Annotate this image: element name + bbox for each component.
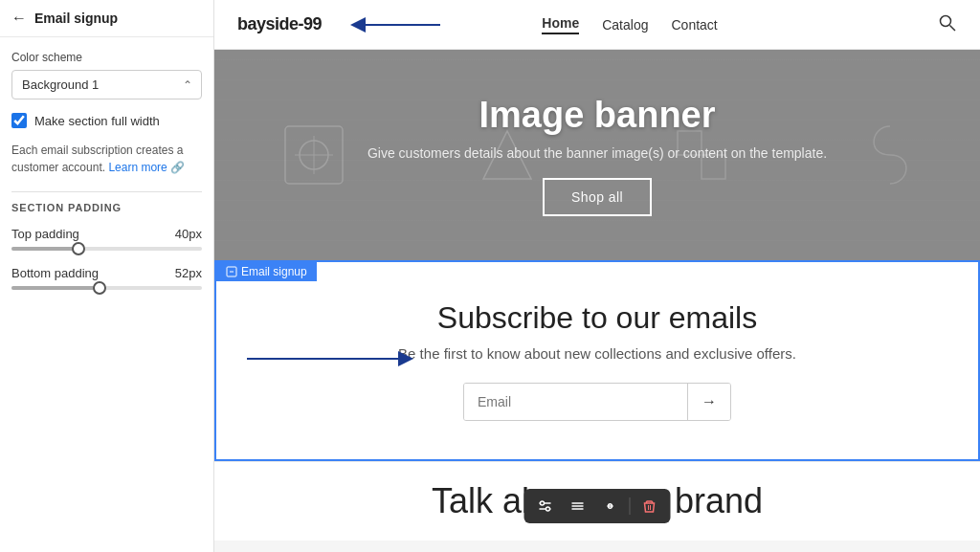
bottom-padding-thumb[interactable] — [93, 281, 106, 295]
pencil-icon — [226, 266, 237, 277]
top-padding-value: 40px — [175, 227, 202, 241]
bottom-padding-label: Bottom padding — [11, 266, 99, 280]
top-padding-label: Top padding — [11, 227, 79, 241]
color-scheme-label: Color scheme — [11, 51, 202, 64]
search-icon[interactable] — [938, 13, 957, 36]
back-button[interactable]: ← — [11, 10, 27, 27]
top-padding-label-row: Top padding 40px — [11, 227, 202, 241]
bottom-padding-value: 52px — [175, 266, 202, 280]
svg-line-2 — [949, 25, 955, 31]
bottom-padding-row: Bottom padding 52px — [11, 266, 202, 290]
delete-icon — [642, 498, 657, 514]
preview-panel: bayside-99 Home Catalog Contact — [214, 0, 980, 552]
top-padding-track — [11, 247, 202, 251]
settings-panel: ← Email signup Color scheme Background 1… — [0, 0, 214, 552]
color-scheme-wrapper: Background 1 Background 2 Inverse Accent… — [11, 70, 202, 99]
toolbar-list-button[interactable] — [565, 495, 591, 518]
image-banner: Image banner Give customers details abou… — [214, 50, 980, 260]
bottom-padding-fill — [11, 286, 100, 290]
bottom-padding-track — [11, 286, 202, 290]
full-width-row: Make section full width — [11, 113, 202, 128]
toolbar-link-button[interactable] — [597, 495, 624, 518]
banner-title: Image banner — [368, 95, 827, 136]
email-signup-section: Email signup Subscribe to our emails Be … — [214, 260, 980, 461]
toolbar-adjust-button[interactable] — [532, 495, 559, 518]
shop-all-button[interactable]: Shop all — [543, 178, 652, 216]
list-icon — [570, 498, 586, 514]
email-input[interactable] — [464, 384, 687, 420]
email-submit-button[interactable]: → — [687, 384, 730, 420]
top-padding-row: Top padding 40px — [11, 227, 202, 251]
toolbar-divider — [630, 497, 631, 515]
adjust-icon — [538, 498, 553, 514]
info-text: Each email subscription creates a custom… — [11, 142, 202, 176]
email-section-badge: Email signup — [216, 262, 317, 281]
top-padding-thumb[interactable] — [72, 242, 85, 255]
divider — [11, 191, 202, 192]
floating-toolbar — [524, 489, 671, 523]
email-input-row: → — [463, 383, 731, 421]
link-icon — [603, 498, 618, 514]
color-scheme-select[interactable]: Background 1 Background 2 Inverse Accent… — [11, 70, 202, 99]
banner-content: Image banner Give customers details abou… — [368, 95, 827, 216]
full-width-label[interactable]: Make section full width — [34, 114, 160, 128]
banner-subtitle: Give customers details about the banner … — [368, 145, 827, 161]
panel-header: ← Email signup — [0, 0, 213, 37]
learn-more-link[interactable]: Learn more — [108, 161, 167, 174]
panel-title: Email signup — [34, 11, 118, 26]
toolbar-delete-button[interactable] — [636, 495, 663, 518]
store-brand: bayside-99 — [237, 14, 322, 34]
section-padding-heading: SECTION PADDING — [11, 202, 202, 213]
annotation-arrow-2 — [245, 347, 417, 374]
nav-home[interactable]: Home — [542, 15, 579, 34]
email-section-title: Subscribe to our emails — [235, 300, 959, 336]
nav-contact[interactable]: Contact — [671, 17, 717, 33]
svg-point-16 — [546, 507, 550, 511]
annotation-arrow-1 — [346, 13, 442, 40]
full-width-checkbox[interactable] — [11, 113, 27, 128]
store-header: bayside-99 Home Catalog Contact — [214, 0, 980, 50]
top-padding-fill — [11, 247, 78, 251]
bottom-padding-label-row: Bottom padding 52px — [11, 266, 202, 280]
store-nav: Home Catalog Contact — [542, 15, 717, 34]
panel-body: Color scheme Background 1 Background 2 I… — [0, 37, 213, 552]
svg-point-1 — [940, 15, 950, 26]
svg-point-14 — [541, 501, 545, 505]
nav-catalog[interactable]: Catalog — [602, 17, 648, 33]
